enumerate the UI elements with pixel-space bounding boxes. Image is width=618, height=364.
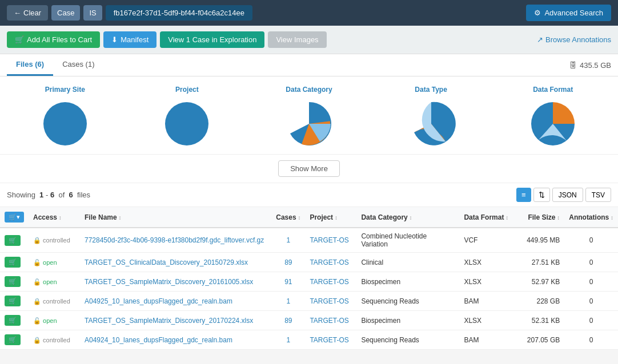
list-view-button[interactable]: ≡ (516, 188, 531, 202)
advanced-search-button[interactable]: ⚙ Advanced Search (526, 5, 611, 21)
top-bar: ← Clear Case IS fb167e2f-37d1-5df9-bf44-… (0, 0, 618, 26)
download-icon: ⬇ (111, 35, 118, 44)
row-project-cell: TARGET-OS (305, 228, 356, 253)
table-row: 🛒 🔓 open TARGET_OS_ClinicalData_Discover… (0, 253, 618, 272)
filename-link[interactable]: 7728450d-2f3c-4b06-9398-e1f380bd2f9f.gdc… (85, 236, 264, 244)
charts-section: Primary Site Project Data Category (0, 76, 618, 155)
table-toolbar-right: ≡ ⇅ JSON TSV (516, 188, 611, 202)
cases-link[interactable]: 91 (284, 278, 292, 286)
clear-button[interactable]: ← Clear (7, 5, 48, 21)
row-data-format-cell: XLSX (459, 253, 513, 272)
filename-link[interactable]: A04924_10_lanes_dupsFlagged_gdc_realn.ba… (85, 336, 232, 344)
th-data-format[interactable]: Data Format (459, 207, 513, 228)
th-filename[interactable]: File Name (80, 207, 271, 228)
row-project-cell: TARGET-OS (305, 272, 356, 292)
tab-cases[interactable]: Cases (1) (53, 54, 103, 76)
th-cases[interactable]: Cases (271, 207, 305, 228)
tab-files[interactable]: Files (6) (7, 54, 53, 76)
add-to-cart-button[interactable]: 🛒 (5, 315, 21, 326)
row-filename-cell: TARGET_OS_SampleMatrix_Discovery_2017022… (80, 311, 271, 330)
access-badge: 🔓 open (33, 278, 57, 285)
files-table: 🛒▾ Access File Name Cases Project Data C… (0, 207, 618, 350)
project-link[interactable]: TARGET-OS (310, 297, 348, 305)
add-to-cart-button[interactable]: 🛒 (5, 334, 21, 345)
chart-project: Project (161, 86, 212, 149)
row-cart-cell: 🛒 (0, 311, 29, 330)
table-row: 🛒 🔒 controlled A04924_10_lanes_dupsFlagg… (0, 330, 618, 350)
manifest-button[interactable]: ⬇ Manifest (103, 31, 156, 48)
chart-primary-site: Primary Site (39, 86, 91, 149)
row-file-size-cell: 207.05 GB (513, 330, 564, 350)
json-button[interactable]: JSON (552, 188, 583, 202)
tsv-button[interactable]: TSV (585, 188, 611, 202)
sort-button[interactable]: ⇅ (533, 188, 550, 202)
cases-link[interactable]: 1 (287, 236, 291, 244)
add-to-cart-button[interactable]: 🛒 (5, 276, 21, 287)
browse-annotations-link[interactable]: ↗ Browse Annotations (537, 35, 611, 44)
th-access[interactable]: Access (29, 207, 80, 228)
row-filename-cell: TARGET_OS_ClinicalData_Discovery_2015072… (80, 253, 271, 272)
case-button[interactable]: Case (51, 5, 80, 21)
cases-link[interactable]: 1 (287, 336, 291, 344)
view-images-button[interactable]: View Images (268, 31, 326, 48)
row-access-cell: 🔓 open (29, 272, 80, 292)
add-to-cart-button[interactable]: 🛒 (5, 257, 21, 268)
hash-value-button[interactable]: fb167e2f-37d1-5df9-bf44-f04c6a2c14ee (106, 5, 252, 21)
th-project[interactable]: Project (305, 207, 356, 228)
row-filename-cell: TARGET_OS_SampleMatrix_Discovery_2016100… (80, 272, 271, 292)
row-project-cell: TARGET-OS (305, 292, 356, 311)
table-row: 🛒 🔒 controlled 7728450d-2f3c-4b06-9398-e… (0, 228, 618, 253)
view-case-button[interactable]: View 1 Case in Exploration (160, 31, 264, 48)
filename-link[interactable]: TARGET_OS_SampleMatrix_Discovery_2017022… (85, 317, 253, 325)
cases-link[interactable]: 1 (287, 297, 291, 305)
row-cases-cell: 91 (271, 272, 305, 292)
row-cases-cell: 1 (271, 228, 305, 253)
th-data-category[interactable]: Data Category (356, 207, 459, 228)
row-data-category-cell: Clinical (356, 253, 459, 272)
pie-data-category (283, 98, 335, 149)
select-all-button[interactable]: 🛒▾ (5, 212, 24, 223)
chart-data-category: Data Category (283, 86, 335, 149)
project-link[interactable]: TARGET-OS (310, 236, 348, 244)
row-data-category-cell: Biospecimen (356, 311, 459, 330)
row-filename-cell: A04924_10_lanes_dupsFlagged_gdc_realn.ba… (80, 330, 271, 350)
access-badge: 🔓 open (33, 317, 57, 324)
row-filename-cell: 7728450d-2f3c-4b06-9398-e1f380bd2f9f.gdc… (80, 228, 271, 253)
show-more-button[interactable]: Show More (278, 160, 340, 177)
external-icon: ↗ (537, 35, 543, 44)
add-to-cart-button[interactable]: 🛒 (5, 296, 21, 306)
th-cart: 🛒▾ (0, 207, 29, 228)
filename-link[interactable]: TARGET_OS_SampleMatrix_Discovery_2016100… (85, 278, 253, 286)
row-data-category-cell: Sequencing Reads (356, 330, 459, 350)
tabs-bar: Files (6) Cases (1) 🗄 435.5 GB (0, 54, 618, 76)
project-link[interactable]: TARGET-OS (310, 317, 348, 325)
add-all-files-button[interactable]: 🛒 Add All Files to Cart (7, 31, 100, 48)
row-cases-cell: 89 (271, 253, 305, 272)
filename-link[interactable]: TARGET_OS_ClinicalData_Discovery_2015072… (85, 258, 248, 266)
th-file-size[interactable]: File Size (513, 207, 564, 228)
row-file-size-cell: 52.31 KB (513, 311, 564, 330)
action-bar: 🛒 Add All Files to Cart ⬇ Manifest View … (0, 26, 618, 54)
filename-link[interactable]: A04925_10_lanes_dupsFlagged_gdc_realn.ba… (85, 297, 232, 305)
access-badge: 🔒 controlled (33, 237, 70, 244)
chart-data-type: Data Type (406, 86, 457, 149)
row-data-format-cell: BAM (459, 330, 513, 350)
is-button[interactable]: IS (83, 5, 102, 21)
row-file-size-cell: 228 GB (513, 292, 564, 311)
showing-text: Showing 1 - 6 of 6 files (7, 191, 516, 199)
row-file-size-cell: 27.51 KB (513, 253, 564, 272)
project-link[interactable]: TARGET-OS (310, 258, 348, 266)
row-data-category-cell: Combined Nucleotide Variation (356, 228, 459, 253)
gear-icon: ⚙ (534, 9, 541, 17)
cases-link[interactable]: 89 (284, 258, 292, 266)
row-annotations-cell: 0 (564, 228, 618, 253)
cases-link[interactable]: 89 (284, 317, 292, 325)
project-link[interactable]: TARGET-OS (310, 278, 348, 286)
project-link[interactable]: TARGET-OS (310, 336, 348, 344)
add-to-cart-button[interactable]: 🛒 (5, 235, 21, 246)
row-data-format-cell: BAM (459, 292, 513, 311)
th-annotations[interactable]: Annotations (564, 207, 618, 228)
row-access-cell: 🔒 controlled (29, 228, 80, 253)
svg-point-0 (43, 102, 87, 145)
row-access-cell: 🔓 open (29, 311, 80, 330)
